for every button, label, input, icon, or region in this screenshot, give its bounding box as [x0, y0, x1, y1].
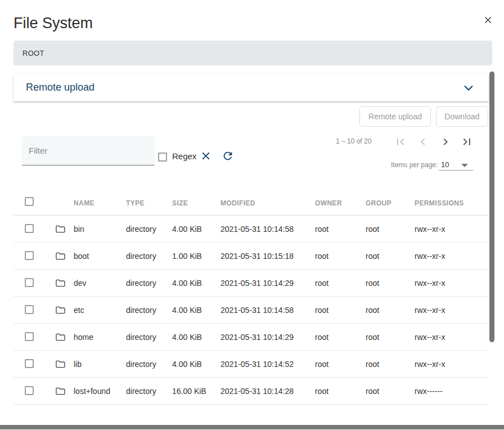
file-name[interactable]: etc: [74, 297, 84, 324]
file-name[interactable]: home: [74, 324, 93, 351]
table-row[interactable]: boot directory 1.00 KiB 2021-05-31 10:15…: [14, 243, 488, 270]
breadcrumb[interactable]: ROOT: [14, 41, 492, 65]
file-owner: root: [315, 351, 328, 378]
vertical-scrollbar[interactable]: [489, 71, 494, 342]
header-owner: OWNER: [315, 199, 342, 207]
file-name[interactable]: dev: [74, 270, 87, 297]
row-checkbox[interactable]: [25, 305, 34, 314]
last-page-button[interactable]: [460, 135, 474, 149]
remote-upload-button[interactable]: Remote upload: [359, 106, 431, 127]
row-checkbox[interactable]: [25, 332, 34, 341]
file-name[interactable]: lost+found: [74, 378, 110, 405]
file-modified: 2021-05-31 10:15:18: [220, 243, 294, 270]
file-modified: 2021-05-31 10:14:58: [220, 216, 294, 243]
file-modified: 2021-05-31 10:14:28: [220, 378, 294, 405]
refresh-button[interactable]: [221, 150, 235, 163]
file-group: root: [366, 216, 379, 243]
file-name[interactable]: bin: [74, 216, 84, 243]
regex-checkbox[interactable]: [158, 153, 167, 162]
previous-page-icon: [416, 135, 430, 149]
file-owner: root: [315, 324, 328, 351]
file-size: 4.00 KiB: [172, 216, 202, 243]
file-type: directory: [126, 351, 156, 378]
row-checkbox[interactable]: [25, 386, 34, 395]
file-owner: root: [315, 270, 328, 297]
file-owner: root: [315, 378, 328, 405]
file-type: directory: [126, 297, 156, 324]
dropdown-arrow-icon: [461, 164, 468, 167]
file-group: root: [366, 378, 379, 405]
header-name: NAME: [74, 199, 94, 207]
file-type: directory: [126, 378, 156, 405]
folder-icon: [55, 387, 65, 398]
first-page-icon: [394, 135, 407, 149]
file-group: root: [366, 297, 379, 324]
previous-page-button[interactable]: [416, 135, 430, 149]
file-group: root: [366, 243, 379, 270]
file-size: 4.00 KiB: [172, 351, 202, 378]
file-type: directory: [126, 270, 156, 297]
items-per-page-value: 10: [441, 160, 449, 169]
file-permissions: rwx--xr-x: [415, 243, 445, 270]
page-title: File System: [14, 15, 93, 32]
header-permissions: PERMISSIONS: [415, 199, 464, 207]
next-page-icon: [439, 135, 452, 149]
select-underline: [439, 170, 473, 171]
breadcrumb-label: ROOT: [22, 49, 44, 57]
clear-icon: [200, 150, 212, 162]
folder-icon: [55, 225, 65, 236]
file-system-dialog: File System ROOT Remote upload Remote up…: [0, 0, 504, 430]
file-group: root: [366, 324, 379, 351]
refresh-icon: [222, 150, 234, 162]
next-page-button[interactable]: [439, 135, 452, 149]
folder-icon: [55, 279, 65, 290]
expansion-panel-label: Remote upload: [26, 82, 94, 93]
table-row[interactable]: lost+found directory 16.00 KiB 2021-05-3…: [14, 378, 488, 405]
row-checkbox[interactable]: [25, 251, 34, 260]
remote-upload-expansion-panel[interactable]: Remote upload: [14, 74, 488, 101]
file-size: 4.00 KiB: [172, 297, 202, 324]
folder-icon: [55, 333, 65, 344]
file-size: 1.00 KiB: [172, 243, 202, 270]
file-size: 4.00 KiB: [172, 324, 202, 351]
file-type: directory: [126, 243, 156, 270]
first-page-button[interactable]: [394, 135, 407, 149]
select-all-checkbox[interactable]: [25, 197, 34, 206]
header-group: GROUP: [366, 199, 392, 207]
file-permissions: rwx--xr-x: [415, 216, 445, 243]
filter-field[interactable]: [22, 136, 155, 165]
paginator-range-label: 1 – 10 of 20: [336, 137, 371, 145]
file-owner: root: [315, 216, 328, 243]
table-row[interactable]: home directory 4.00 KiB 2021-05-31 10:14…: [14, 324, 488, 351]
header-modified: MODIFIED: [220, 199, 255, 207]
chevron-down-icon: [462, 82, 475, 94]
file-permissions: rwx--xr-x: [415, 270, 445, 297]
file-size: 4.00 KiB: [172, 270, 202, 297]
header-type: TYPE: [126, 199, 145, 207]
header-size: SIZE: [172, 199, 188, 207]
folder-icon: [55, 360, 65, 371]
folder-icon: [55, 306, 65, 317]
file-group: root: [366, 270, 379, 297]
items-per-page-select[interactable]: 10: [439, 160, 473, 170]
table-row[interactable]: etc directory 4.00 KiB 2021-05-31 10:14:…: [14, 297, 488, 324]
file-name[interactable]: boot: [74, 243, 89, 270]
filter-input[interactable]: [22, 136, 155, 165]
file-name[interactable]: lib: [74, 351, 82, 378]
row-checkbox[interactable]: [25, 278, 34, 287]
file-type: directory: [126, 216, 156, 243]
last-page-icon: [460, 135, 474, 149]
file-permissions: rwx--xr-x: [415, 351, 445, 378]
table-row[interactable]: lib directory 4.00 KiB 2021-05-31 10:14:…: [14, 351, 488, 378]
file-modified: 2021-05-31 10:14:58: [220, 297, 294, 324]
table-body: bin directory 4.00 KiB 2021-05-31 10:14:…: [14, 216, 488, 405]
row-checkbox[interactable]: [25, 359, 34, 368]
clear-filter-button[interactable]: [199, 150, 213, 163]
row-checkbox[interactable]: [25, 224, 34, 233]
horizontal-scrollbar[interactable]: [0, 425, 504, 429]
close-button[interactable]: [481, 14, 494, 28]
download-button[interactable]: Download: [436, 106, 488, 127]
items-per-page-label: Items per page:: [391, 161, 438, 169]
table-row[interactable]: bin directory 4.00 KiB 2021-05-31 10:14:…: [14, 216, 488, 243]
table-row[interactable]: dev directory 4.00 KiB 2021-05-31 10:14:…: [14, 270, 488, 297]
